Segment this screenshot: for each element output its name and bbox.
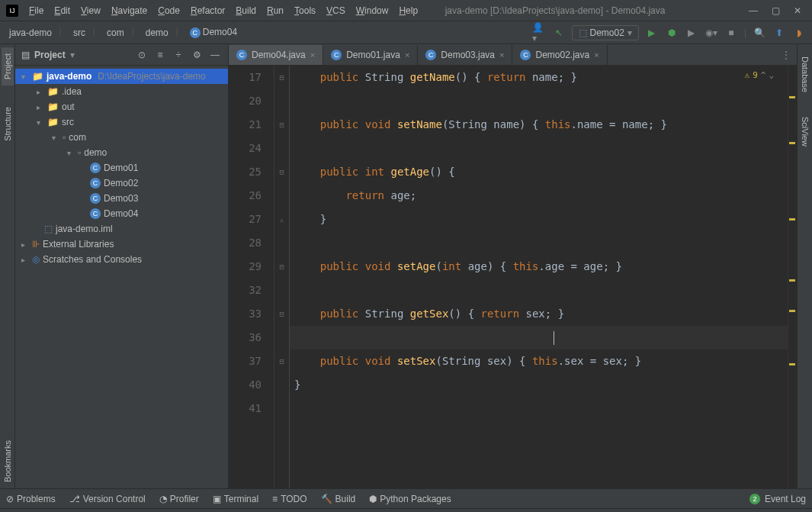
tree-com-package[interactable]: ▾▫com (15, 130, 228, 145)
code-line[interactable]: public String getSex() { return sex; } (290, 302, 788, 326)
code-line[interactable]: } (290, 208, 788, 231)
right-tool-strip: Database SciView (797, 44, 812, 488)
code-line[interactable] (290, 279, 788, 302)
tree-class-demo01[interactable]: CDemo01 (15, 160, 228, 175)
menu-file[interactable]: File (24, 4, 48, 18)
code-line[interactable] (290, 231, 788, 255)
editor-tabs-more-icon[interactable]: ⋮ (775, 50, 797, 60)
code-line[interactable]: public void setSex(String sex) { this.se… (290, 349, 788, 373)
editor-tab-demo03-java[interactable]: CDemo03.java× (418, 45, 512, 65)
dropdown-icon[interactable]: ▾ (70, 50, 75, 60)
maximize-icon[interactable]: ▢ (772, 5, 780, 16)
code-line[interactable]: public void setAge(int age) { this.age =… (290, 255, 788, 279)
menu-tools[interactable]: Tools (290, 4, 320, 18)
code-line[interactable]: } (290, 373, 788, 397)
ide-icon[interactable]: ◗ (792, 26, 806, 40)
profiler-icon: ◔ (159, 494, 167, 504)
tree-scratches[interactable]: ▸◎Scratches and Consoles (15, 252, 228, 267)
menu-navigate[interactable]: Navigate (107, 4, 152, 18)
breadcrumb-project[interactable]: java-demo (6, 26, 55, 40)
editor-tab-demo04-java[interactable]: CDemo04.java× (229, 45, 323, 65)
tree-class-demo02[interactable]: CDemo02 (15, 175, 228, 191)
close-tab-icon[interactable]: × (310, 50, 315, 60)
settings-icon[interactable]: ⚙ (190, 48, 204, 62)
tab-problems[interactable]: ⊘Problems (6, 494, 56, 504)
code-line[interactable] (290, 89, 788, 113)
run-icon[interactable]: ▶ (645, 26, 659, 40)
breadcrumb-com[interactable]: com (104, 26, 127, 40)
code-line[interactable] (290, 137, 788, 160)
profile-icon[interactable]: ◉▾ (704, 26, 718, 40)
stop-icon[interactable]: ■ (724, 26, 738, 40)
window-controls: — ▢ ✕ (749, 5, 801, 16)
tree-external-libs[interactable]: ▸⊪External Libraries (15, 237, 228, 252)
debug-icon[interactable]: ⬢ (665, 26, 679, 40)
breadcrumb-demo[interactable]: demo (143, 26, 172, 40)
project-tree: ▾📁 java-demo D:\IdeaProjects\java-demo ▸… (15, 66, 228, 488)
tab-build[interactable]: 🔨Build (321, 494, 356, 504)
editor-tab-demo02-java[interactable]: CDemo02.java× (512, 45, 607, 65)
tree-demo-package[interactable]: ▾▫demo (15, 145, 228, 160)
code-line[interactable]: public int getAge() { (290, 160, 788, 184)
menu-edit[interactable]: Edit (50, 4, 75, 18)
coverage-icon[interactable]: ▶ (685, 26, 698, 40)
back-icon[interactable]: ↖ (552, 26, 566, 40)
tool-tab-database[interactable]: Database (799, 50, 811, 98)
event-count-icon: 2 (749, 494, 760, 504)
editor-body[interactable]: 172021242526272829323336374041 ⊟⊟⊟▵⊟⊟⊟ p… (229, 66, 797, 488)
code-line[interactable]: public void setName(String name) { this.… (290, 113, 788, 137)
tab-terminal[interactable]: ▣Terminal (213, 494, 258, 504)
tree-src-folder[interactable]: ▾📁src (15, 114, 228, 130)
code-line[interactable]: return age; (290, 184, 788, 208)
update-icon[interactable]: ⬆ (772, 26, 786, 40)
app-logo-icon: IJ (6, 5, 18, 17)
menu-vcs[interactable]: VCS (322, 4, 350, 18)
warning-icon: ⚠ (745, 70, 750, 80)
class-icon: C (90, 208, 101, 219)
tree-root[interactable]: ▾📁 java-demo D:\IdeaProjects\java-demo (15, 69, 228, 84)
menu-refactor[interactable]: Refactor (186, 4, 229, 18)
hide-icon[interactable]: — (208, 48, 222, 62)
tab-vcs[interactable]: ⎇Version Control (69, 494, 146, 504)
tree-class-demo04[interactable]: CDemo04 (15, 206, 228, 221)
tab-python-packages[interactable]: ⬢Python Packages (369, 494, 451, 504)
code-line[interactable] (290, 326, 788, 349)
tool-tab-project[interactable]: Project (2, 47, 14, 85)
tree-out-folder[interactable]: ▸📁out (15, 99, 228, 114)
breadcrumb-src[interactable]: src (70, 26, 88, 40)
editor-tab-demo01-java[interactable]: CDemo01.java× (323, 45, 418, 65)
tree-idea-folder[interactable]: ▸📁.idea (15, 84, 228, 99)
menu-run[interactable]: Run (262, 4, 288, 18)
code-line[interactable]: public String getName() { return name; } (290, 66, 788, 89)
tab-todo[interactable]: ≡TODO (272, 494, 307, 504)
tool-tab-bookmarks[interactable]: Bookmarks (2, 434, 14, 488)
todo-icon: ≡ (272, 494, 278, 504)
user-add-icon[interactable]: 👤▾ (532, 26, 546, 40)
breadcrumb-class[interactable]: CDemo04 (187, 25, 240, 40)
search-icon[interactable]: 🔍 (753, 26, 766, 40)
inspection-badge[interactable]: ⚠ 9 ^⌄ (745, 70, 775, 80)
close-icon[interactable]: ✕ (794, 5, 801, 16)
tab-profiler[interactable]: ◔Profiler (159, 494, 199, 504)
window-title: java-demo [D:\IdeaProjects\java-demo] - … (361, 5, 749, 16)
tool-tab-sciview[interactable]: SciView (799, 111, 811, 153)
minimize-icon[interactable]: — (749, 5, 758, 16)
expand-all-icon[interactable]: ≡ (153, 48, 167, 62)
code-line[interactable] (290, 397, 788, 420)
tree-iml-file[interactable]: ⬚java-demo.iml (15, 221, 228, 237)
menu-view[interactable]: View (76, 4, 105, 18)
tree-class-demo03[interactable]: CDemo03 (15, 191, 228, 206)
run-config-selector[interactable]: ⬚ Demo02 ▾ (572, 25, 639, 40)
close-tab-icon[interactable]: × (405, 50, 409, 60)
menu-build[interactable]: Build (231, 4, 261, 18)
project-panel-title[interactable]: Project (34, 50, 66, 60)
problems-icon: ⊘ (6, 494, 14, 504)
tool-tab-structure[interactable]: Structure (2, 101, 14, 147)
select-opened-icon[interactable]: ⊙ (135, 48, 149, 62)
code-area[interactable]: public String getName() { return name; }… (290, 66, 788, 488)
menu-code[interactable]: Code (153, 4, 185, 18)
close-tab-icon[interactable]: × (594, 50, 599, 60)
collapse-all-icon[interactable]: ÷ (172, 48, 185, 62)
event-log-button[interactable]: 2 Event Log (749, 494, 806, 504)
close-tab-icon[interactable]: × (499, 50, 504, 60)
